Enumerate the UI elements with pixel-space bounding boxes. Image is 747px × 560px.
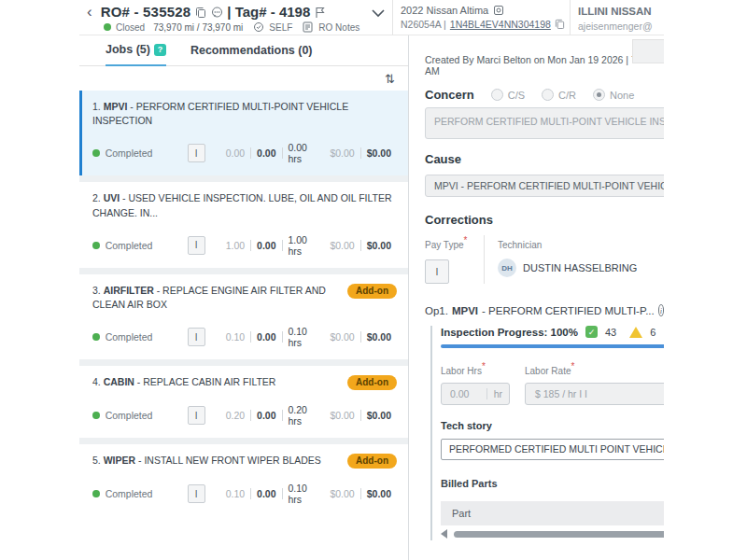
tech-story-label: Tech story xyxy=(441,420,664,431)
pay-type-column: Pay Type* I xyxy=(425,235,485,284)
job-status: Completed xyxy=(106,410,188,421)
completed-dot xyxy=(92,149,100,157)
job-title: 3. AIRFILTER - REPLACE ENGINE AIR FILTER… xyxy=(92,284,344,312)
created-by: Created By Marci Belton on Mon Jan 19 20… xyxy=(425,54,664,77)
dispatch-icon xyxy=(253,21,264,33)
info-icon[interactable]: i xyxy=(658,304,664,316)
vehicle-title: 2022 Nissan Altima xyxy=(401,5,488,16)
dealer-name: ILLINI NISSAN xyxy=(578,6,656,17)
radio-cr-circle[interactable] xyxy=(542,89,554,101)
copy-icon[interactable] xyxy=(195,7,206,18)
warning-triangle-icon xyxy=(629,327,642,338)
pay-type-box: I xyxy=(188,406,205,425)
ro-notes-label[interactable]: RO Notes xyxy=(318,22,359,33)
labor-rate-group: Labor Rate* $ 185 / hr I I xyxy=(525,361,664,405)
pay-type-value[interactable]: I xyxy=(425,259,449,284)
tag-number: | Tag# - 4198 xyxy=(227,4,310,20)
job-title: 2. UVI - USED VEHICLE INSPECTION. LUBE, … xyxy=(92,191,397,219)
job-card-1[interactable]: 1. MPVI - PERFORM CERTIFIED MULTI-POINT … xyxy=(79,91,408,175)
pay-type-label: Pay Type xyxy=(425,240,464,250)
tech-story-input[interactable]: PERFORMED CERTIFIED MULTI POINT VEHICLE … xyxy=(441,439,664,460)
labor-hrs-input[interactable]: 0.00 hr xyxy=(441,383,510,405)
notes-icon[interactable] xyxy=(303,21,314,33)
labor-hrs-unit: hr xyxy=(486,388,509,399)
addon-badge: Add-on xyxy=(347,454,397,469)
cause-label: Cause xyxy=(425,152,664,166)
tab-recommendations[interactable]: Recommendations (0) xyxy=(190,35,313,66)
technician-column: Technician DH DUSTIN HASSELBRING xyxy=(485,235,637,284)
job-hours: 1.000.001.00 hrs xyxy=(220,234,325,257)
radio-none-label: None xyxy=(610,90,634,101)
labor-hrs-value: 0.00 xyxy=(442,388,486,399)
stock-number: N26054A | xyxy=(401,19,446,30)
technician-label: Technician xyxy=(498,240,542,250)
sort-icon[interactable]: ⇅ xyxy=(385,74,395,85)
job-amounts: $0.00$0.00 xyxy=(324,410,397,421)
job-amounts: $0.00$0.00 xyxy=(324,240,397,251)
radio-cr[interactable]: C/R xyxy=(542,89,576,101)
back-chevron-icon[interactable]: ‹ xyxy=(83,5,96,20)
job-status: Completed xyxy=(106,240,188,251)
status-dot xyxy=(104,23,111,31)
job-card-2[interactable]: 2. UVI - USED VEHICLE INSPECTION. LUBE, … xyxy=(79,182,408,267)
job-card-4[interactable]: 4. CABIN - REPLACE CABIN AIR FILTER Add-… xyxy=(79,366,408,438)
pass-check-icon: ✓ xyxy=(585,326,598,338)
cause-input[interactable]: MPVI - PERFORM CERTIFIED MULTI-POINT VEH… xyxy=(425,175,664,197)
completed-dot xyxy=(92,242,100,249)
help-badge[interactable]: ? xyxy=(154,44,166,56)
addon-badge: Add-on xyxy=(347,375,397,390)
job-amounts: $0.00$0.00 xyxy=(324,331,397,343)
vehicle-history-icon[interactable] xyxy=(493,5,504,16)
parts-horizontal-scrollbar[interactable] xyxy=(441,529,664,539)
ro-number: RO# - 535528 xyxy=(101,4,191,20)
scrollbar-thumb[interactable] xyxy=(454,531,664,538)
required-mark: * xyxy=(464,235,468,245)
radio-cs-label: C/S xyxy=(508,90,525,101)
dealer-email: ajeisenmenger@ xyxy=(578,21,656,32)
job-hours: 0.200.000.20 hrs xyxy=(220,404,325,427)
scroll-left-arrow-icon[interactable] xyxy=(441,529,447,539)
radio-none[interactable]: None xyxy=(593,89,634,101)
completed-dot xyxy=(92,412,100,419)
ro-header: ‹ RO# - 535528 | Tag# - 4198 Closed xyxy=(79,0,664,35)
completed-dot xyxy=(92,490,100,497)
dealer-section: ILLINI NISSAN ajeisenmenger@ xyxy=(571,0,664,35)
completed-dot xyxy=(92,333,100,341)
tab-jobs-label: Jobs (5) xyxy=(106,43,150,56)
technician-name: DUSTIN HASSELBRING xyxy=(523,262,637,273)
pass-count: 43 xyxy=(605,327,616,338)
job-amounts: $0.00$0.00 xyxy=(324,147,397,159)
radio-cs-circle[interactable] xyxy=(491,89,503,101)
labor-rate-input[interactable]: $ 185 / hr I I xyxy=(525,383,664,405)
job-hours: 0.100.000.10 hrs xyxy=(220,326,325,348)
ro-title-section: ‹ RO# - 535528 | Tag# - 4198 Closed xyxy=(79,0,393,35)
pay-type-box: I xyxy=(188,236,205,255)
op-title: Op1.MPVI - PERFORM CERTIFIED MULTI-P... … xyxy=(425,304,664,316)
tab-recommendations-label: Recommendations (0) xyxy=(190,44,313,57)
mileage: 73,970 mi / 73,970 mi xyxy=(153,22,243,33)
chevron-down-icon[interactable] xyxy=(372,9,385,18)
concern-textarea[interactable]: PERFORM CERTIFIED MULTI-POINT VEHICLE IN… xyxy=(425,107,664,139)
billed-parts-label: Billed Parts xyxy=(441,478,664,489)
pay-type-box: I xyxy=(188,484,205,503)
required-mark: * xyxy=(482,361,486,371)
job-card-3[interactable]: 3. AIRFILTER - REPLACE ENGINE AIR FILTER… xyxy=(79,274,408,359)
job-hours: 0.000.000.00 hrs xyxy=(220,142,325,164)
repair-order-app: ‹ RO# - 535528 | Tag# - 4198 Closed xyxy=(79,0,664,560)
tab-bar: Jobs (5) ? Recommendations (0) xyxy=(79,35,408,66)
part-column-header: Part xyxy=(452,508,471,519)
tab-jobs[interactable]: Jobs (5) ? xyxy=(106,35,166,66)
job-list: 1. MPVI - PERFORM CERTIFIED MULTI-POINT … xyxy=(79,91,408,516)
warn-count: 6 xyxy=(650,327,655,338)
vin-copy-icon[interactable] xyxy=(555,19,565,30)
radio-none-circle[interactable] xyxy=(593,89,605,101)
job-hours: 0.100.000.10 hrs xyxy=(220,483,325,505)
flag-icon[interactable] xyxy=(315,7,326,18)
radio-cs[interactable]: C/S xyxy=(491,89,525,101)
self-label: SELF xyxy=(269,22,292,33)
vin-link[interactable]: 1N4BL4EV4NN304198 xyxy=(450,19,551,30)
comment-icon[interactable] xyxy=(211,7,222,18)
job-card-5[interactable]: 5. WIPER - INSTALL NEW FRONT WIPER BLADE… xyxy=(79,444,408,516)
inspection-progress-label: Inspection Progress: 100% xyxy=(441,327,578,338)
clipped-header-control[interactable] xyxy=(632,39,664,63)
